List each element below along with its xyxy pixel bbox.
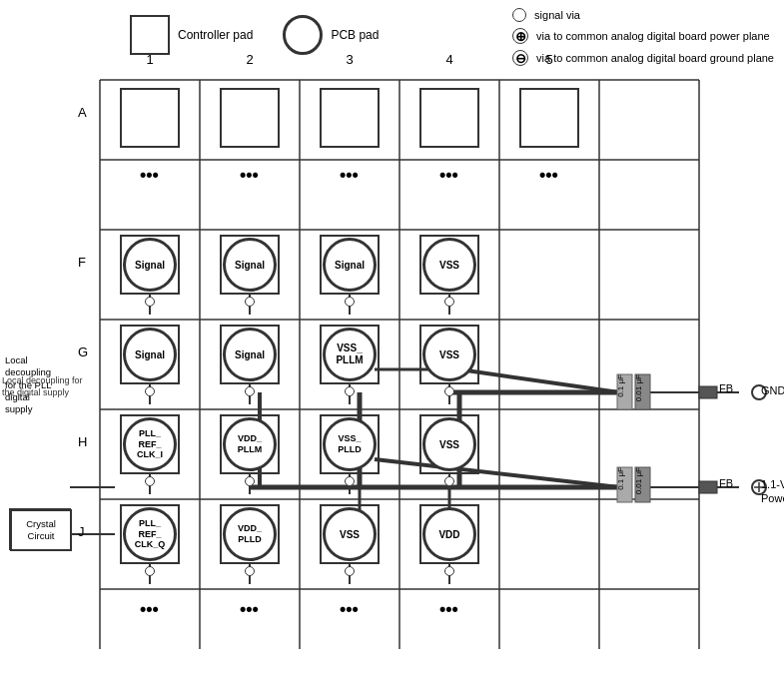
cap1-label: 0.1 μF xyxy=(617,374,632,397)
dots-col5-A: ••• xyxy=(539,165,558,186)
via-F4 xyxy=(444,297,454,307)
row-label-J: J xyxy=(78,524,85,539)
pad-J4-circle: VDD xyxy=(422,507,476,561)
pad-H2-circle: VDD_PLLM xyxy=(223,417,277,471)
row-label-A: A xyxy=(78,105,87,120)
via-H4 xyxy=(444,476,454,486)
col-header-5: 5 xyxy=(499,52,599,67)
col-header-4: 4 xyxy=(399,52,499,67)
row-label-F: F xyxy=(78,255,86,270)
pad-A1-square xyxy=(120,88,180,148)
controller-pad-group: Controller pad xyxy=(130,15,253,55)
row-label-H: H xyxy=(78,434,87,449)
pcb-pad-group: PCB pad xyxy=(283,15,379,55)
cap4-label: 0.01 μF xyxy=(635,467,650,494)
via-G2 xyxy=(245,386,255,396)
svg-line-48 xyxy=(375,459,619,487)
dots-col2-A: ••• xyxy=(240,165,259,186)
crystal-circuit-box: CrystalCircuit xyxy=(10,509,72,551)
pads-legend: Controller pad PCB pad xyxy=(130,15,379,55)
pad-G4-circle: VSS xyxy=(422,328,476,381)
local-decoupling-digital-label: Local decoupling for the digital supply xyxy=(2,375,92,398)
cap2-label: 0.01 μF xyxy=(635,374,650,401)
fb-gnd-label: FB xyxy=(719,382,733,394)
via-H2 xyxy=(245,476,255,486)
pad-F1-circle: Signal xyxy=(123,238,177,292)
col-header-1: 1 xyxy=(100,52,200,67)
via-H3 xyxy=(345,476,355,486)
svg-rect-56 xyxy=(699,481,717,493)
pad-F3-circle: Signal xyxy=(323,238,377,292)
via-plus-icon: ⊕ xyxy=(512,28,528,44)
dots-col3-bot: ••• xyxy=(340,599,359,620)
pad-A4-square xyxy=(419,88,479,148)
controller-pad-label: Controller pad xyxy=(178,28,253,42)
dots-col4-bot: ••• xyxy=(439,599,458,620)
pad-A2-square xyxy=(220,88,280,148)
dots-col1-A: ••• xyxy=(140,165,159,186)
pad-J2-circle: VDD_PLLD xyxy=(223,507,277,561)
pcb-pad-label: PCB pad xyxy=(331,28,379,42)
legend-signal-via: signal via xyxy=(512,8,774,22)
via-plus-label: via to common analog digital board power… xyxy=(536,30,770,42)
pad-J3-circle: VSS xyxy=(323,507,377,561)
via-J1 xyxy=(145,566,155,576)
power-label: 1.1-VPower xyxy=(761,477,784,506)
signal-via-icon xyxy=(512,8,526,22)
via-J3 xyxy=(345,566,355,576)
col-header-3: 3 xyxy=(300,52,399,67)
via-F3 xyxy=(345,297,355,307)
cap3-label: 0.1 μF xyxy=(617,467,632,490)
via-F1 xyxy=(145,297,155,307)
lines-svg xyxy=(0,0,784,674)
signal-via-label: signal via xyxy=(534,9,580,21)
pcb-pad-icon xyxy=(283,15,323,55)
via-H1 xyxy=(145,476,155,486)
pad-H3-circle: VSS_PLLD xyxy=(323,417,377,471)
fb-pwr-label: FB xyxy=(719,477,733,489)
pad-J1-circle: PLL_REF_CLK_Q xyxy=(123,507,177,561)
svg-line-47 xyxy=(459,369,619,392)
pad-G2-circle: Signal xyxy=(223,328,277,381)
via-G1 xyxy=(145,386,155,396)
gnd-label: GND xyxy=(761,384,784,396)
col-header-2: 2 xyxy=(200,52,300,67)
controller-pad-icon xyxy=(130,15,170,55)
dots-col1-bot: ••• xyxy=(140,599,159,620)
pad-G1-circle: Signal xyxy=(123,328,177,381)
via-J4 xyxy=(444,566,454,576)
via-G4 xyxy=(444,386,454,396)
dots-col2-bot: ••• xyxy=(240,599,259,620)
pad-G3-circle: VSS_PLLM xyxy=(323,328,377,381)
via-F2 xyxy=(245,297,255,307)
dots-col3-A: ••• xyxy=(340,165,359,186)
pad-H1-circle: PLL_REF_CLK_I xyxy=(123,417,177,471)
svg-rect-55 xyxy=(699,386,717,398)
column-headers: 1 2 3 4 5 xyxy=(100,52,699,67)
via-J2 xyxy=(245,566,255,576)
main-container: signal via ⊕ via to common analog digita… xyxy=(0,0,784,674)
via-G3 xyxy=(345,386,355,396)
pad-A5-square xyxy=(519,88,579,148)
pad-H4-circle: VSS xyxy=(422,417,476,471)
pad-F2-circle: Signal xyxy=(223,238,277,292)
pad-F4-circle: VSS xyxy=(422,238,476,292)
pad-A3-square xyxy=(320,88,380,148)
legend-via-plus: ⊕ via to common analog digital board pow… xyxy=(512,28,774,44)
dots-col4-A: ••• xyxy=(439,165,458,186)
